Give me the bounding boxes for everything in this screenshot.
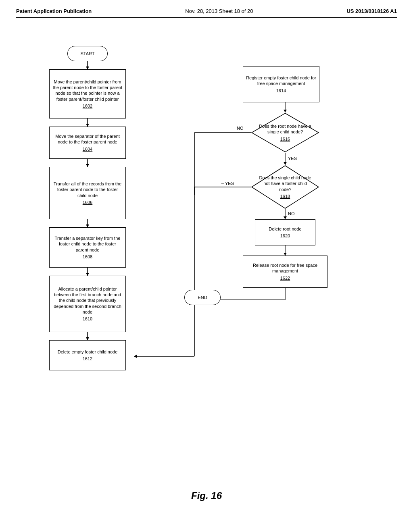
node-1616: Does the root node have a single child n… xyxy=(251,112,319,153)
header: Patent Application Publication Nov. 28, … xyxy=(16,8,397,18)
node-1622: Release root node for free space managem… xyxy=(243,256,327,288)
node-1604: Move the separator of the parent node to… xyxy=(49,127,126,159)
svg-marker-3 xyxy=(86,124,89,127)
node-1606: Transfer all of the records from the fos… xyxy=(49,167,126,219)
svg-marker-15 xyxy=(284,162,287,165)
node-1616-id: 1616 xyxy=(280,136,290,142)
header-left: Patent Application Publication xyxy=(16,8,92,14)
node-1604-text: Move the separator of the parent node to… xyxy=(52,133,123,145)
node-1614-text: Register empty foster child node for fre… xyxy=(246,75,317,87)
node-1622-text: Release root node for free space managem… xyxy=(246,262,325,274)
node-1620: Delete root node 1620 xyxy=(255,219,315,245)
node-1618: Does the single child node not have a fo… xyxy=(251,165,319,209)
svg-marker-5 xyxy=(86,164,89,167)
node-1618-text: Does the single child node not have a fo… xyxy=(251,165,319,209)
node-1606-id: 1606 xyxy=(83,200,92,205)
node-1602: Move the parent/child pointer from the p… xyxy=(49,69,126,118)
svg-marker-11 xyxy=(86,337,89,340)
svg-marker-32 xyxy=(134,355,137,358)
svg-marker-7 xyxy=(86,224,89,227)
svg-marker-21 xyxy=(284,253,287,256)
diagram-area: YES NO NO ←YES— xyxy=(17,26,396,509)
svg-marker-1 xyxy=(86,66,89,69)
header-center: Nov. 28, 2013 Sheet 18 of 20 xyxy=(185,8,253,14)
node-1608-text: Transfer a separator key from the foster… xyxy=(52,235,123,253)
end-node: END xyxy=(184,290,221,305)
node-1620-text: Delete root node xyxy=(269,226,301,232)
svg-text:NO: NO xyxy=(288,211,295,216)
node-1610-id: 1610 xyxy=(83,316,92,322)
node-1610-text: Allocate a parent/child pointer between … xyxy=(52,286,123,315)
svg-text:YES: YES xyxy=(288,156,297,161)
figure-label: Fig. 16 xyxy=(191,490,222,501)
start-node: START xyxy=(67,46,108,61)
node-1610: Allocate a parent/child pointer between … xyxy=(49,276,126,332)
svg-marker-9 xyxy=(86,273,89,276)
header-right: US 2013/0318126 A1 xyxy=(346,8,397,14)
node-1614: Register empty foster child node for fre… xyxy=(243,66,319,102)
node-1604-id: 1604 xyxy=(83,146,92,152)
svg-text:←YES—: ←YES— xyxy=(221,181,238,186)
end-label: END xyxy=(198,295,207,300)
node-1606-text: Transfer all of the records from the fos… xyxy=(52,181,123,198)
node-1614-id: 1614 xyxy=(276,88,286,94)
node-1616-text: Does the root node have a single child n… xyxy=(251,112,319,153)
svg-text:NO: NO xyxy=(237,126,244,131)
page: Patent Application Publication Nov. 28, … xyxy=(0,0,413,532)
start-label: START xyxy=(80,51,94,56)
svg-marker-18 xyxy=(284,216,287,219)
node-1608-id: 1608 xyxy=(83,254,92,260)
node-1612-id: 1612 xyxy=(83,356,92,362)
svg-marker-13 xyxy=(284,110,287,112)
node-1608: Transfer a separator key from the foster… xyxy=(49,227,126,268)
node-1618-id: 1618 xyxy=(280,193,290,199)
node-1602-text: Move the parent/child pointer from the p… xyxy=(52,79,123,102)
node-1612: Delete empty foster child node 1612 xyxy=(49,340,126,370)
node-1620-id: 1620 xyxy=(280,233,290,239)
node-1602-id: 1602 xyxy=(83,103,92,109)
node-1622-id: 1622 xyxy=(280,275,290,281)
node-1612-text: Delete empty foster child node xyxy=(58,349,118,355)
